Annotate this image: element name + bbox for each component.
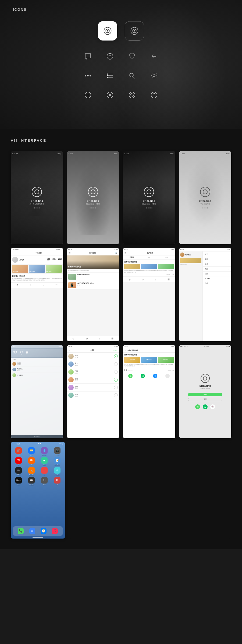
back-icon[interactable] <box>147 49 161 64</box>
app-grid: 🛒 天猫 💳 支付 💧 Moodrop 📷 摄人心魂 <box>11 446 65 525</box>
add-icon[interactable] <box>81 88 95 102</box>
eye-icon-outline <box>129 25 140 37</box>
homescreen-status: ●●●●○ 天猫 9:41 99% ▮ <box>11 442 65 446</box>
upload-icon[interactable] <box>103 49 117 64</box>
svg-point-29 <box>129 92 135 98</box>
svg-point-18 <box>107 75 108 76</box>
home-app-moodrop[interactable]: 💧 Moodrop <box>39 447 50 456</box>
dock-music[interactable]: 🎵 <box>52 528 58 534</box>
home-app-camera[interactable]: 📷 摄人心魂 <box>52 447 63 456</box>
homescreen-dock: 📞 ✉ 🧭 🎵 <box>13 526 63 536</box>
search-icon[interactable] <box>125 68 139 83</box>
app-screen-profile: 8:19 PM 100% ▮ ← 个人主页 上龙先 106 <box>11 248 63 341</box>
home-app-du[interactable]: 读 读 <box>26 457 37 466</box>
app-screen-article-detail: ▸ 8:19 100% ← 日本设计中的禅意 日本设计中的禅意 KAICHIMA… <box>123 345 175 438</box>
home-app-dreading[interactable]: 📖 DReading <box>26 477 37 485</box>
dock-phone[interactable]: 📞 <box>18 528 24 534</box>
svg-point-6 <box>134 30 135 32</box>
home-app-eyememo[interactable]: 👁 EyeMemo <box>52 467 63 475</box>
home-app-nian[interactable]: 念 念 <box>52 477 63 485</box>
home-app-zhi[interactable]: 知 知 <box>13 457 24 466</box>
splash-screens-row: 8:19 PM 100% ▮ DReading 高于白云的读绘世界 <box>11 151 231 244</box>
app-screen-feed-img: ▸ 8:19 100% FOR 2145 关注 158 <box>11 345 63 438</box>
app-screen-login: ••••○ Qmcc ▼ 4:25 PM 100% ▮ DReading 深夜 … <box>179 345 232 438</box>
link-icon[interactable] <box>125 88 139 102</box>
settings-icon[interactable] <box>147 68 161 83</box>
close-icon[interactable] <box>103 88 117 102</box>
list-icon[interactable] <box>103 68 117 83</box>
home-app-tianmao[interactable]: 🛒 天猫 <box>13 447 24 456</box>
dock-safari[interactable]: 🧭 <box>41 528 47 534</box>
chat-icon[interactable] <box>81 49 95 64</box>
home-app-scissors[interactable]: ✂ 剪刀 <box>39 477 50 485</box>
svg-point-2 <box>107 30 108 32</box>
app-screens-row3: ▸ 8:19 100% FOR 2145 关注 158 <box>11 345 231 438</box>
svg-point-22 <box>153 75 155 77</box>
dreading-icon-white[interactable] <box>98 21 117 41</box>
splash-screen-4: ▸ 8:19 100% DReading 手心永远阅读 <box>179 151 232 244</box>
home-app-zhifu[interactable]: 💳 支付 <box>26 447 37 456</box>
ios-homescreen: ●●●●○ 天猫 9:41 99% ▮ 🛒 天猫 💳 支付 💧 <box>11 442 65 539</box>
splash-screen-1: 8:19 PM 100% ▮ DReading 高于白云的读绘世界 <box>11 151 63 244</box>
empty-background-area <box>69 442 232 539</box>
app-screen-sidenav: ▸ 8:19 100% 玻木积垒 日本设计中的... 目录 <box>179 248 232 341</box>
home-app-elytra[interactable]: ◆ Elytra <box>39 457 50 466</box>
home-app-makerkit[interactable]: 🔧 MakerKit <box>26 467 37 475</box>
svg-point-13 <box>90 75 91 76</box>
svg-point-12 <box>87 75 88 76</box>
svg-point-17 <box>107 74 108 75</box>
svg-point-11 <box>85 75 86 76</box>
svg-point-20 <box>130 73 133 77</box>
interface-label: All INTERFACE <box>11 138 231 142</box>
app-screen-follow-list: ▸ 8:19 100% ← 中国 不关注 视觉127240 ✓ <box>67 345 119 438</box>
home-app-evermemo[interactable]: 📝 EverMemo <box>52 457 63 466</box>
heart-icon[interactable] <box>125 49 139 64</box>
dreading-icon-outline[interactable] <box>125 21 144 41</box>
svg-point-19 <box>107 77 108 78</box>
svg-line-21 <box>133 76 135 78</box>
splash-screen-2: ▸ 8:19 100% DReading 以阅读创造一个世界 <box>67 151 119 244</box>
home-app-uber[interactable]: Uber Uber <box>13 477 24 485</box>
svg-point-32 <box>154 93 155 94</box>
svg-point-7 <box>135 30 136 30</box>
icons-section-label: ICONS <box>0 0 27 12</box>
app-screen-article-list: ▸ 8:19 100% ☰ 热门文章 🔍 日本设计中的禅意 适当清晰, 做到内发… <box>67 248 119 341</box>
more-icon[interactable] <box>81 68 95 83</box>
app-screen-following: ▸ 8:19 100% ☰ 我的关注 主页流 话题 人物 日本设计中的禅意 <box>123 248 175 341</box>
eye-icon-white <box>102 25 113 37</box>
icons-section: ICONS <box>0 0 242 129</box>
ui-icons-grid <box>81 49 161 102</box>
info-icon[interactable] <box>147 88 161 102</box>
home-app-vgoom[interactable]: 🎮 VGOom <box>13 467 24 475</box>
row4: ●●●●○ 天猫 9:41 99% ▮ 🛒 天猫 💳 支付 💧 <box>11 442 231 539</box>
splash-screen-3: ▸ 8:19 100% DReading 以阅读创造一个世界 <box>123 151 175 244</box>
interface-section: All INTERFACE 8:19 PM 100% ▮ DReading 高于… <box>0 129 242 549</box>
app-icons-row <box>98 21 144 41</box>
dock-mail[interactable]: ✉ <box>29 528 35 534</box>
home-app-poi[interactable]: 📍 poi <box>39 467 50 475</box>
svg-point-3 <box>108 30 109 30</box>
app-screens-row2: 8:19 PM 100% ▮ ← 个人主页 上龙先 106 <box>11 248 231 341</box>
